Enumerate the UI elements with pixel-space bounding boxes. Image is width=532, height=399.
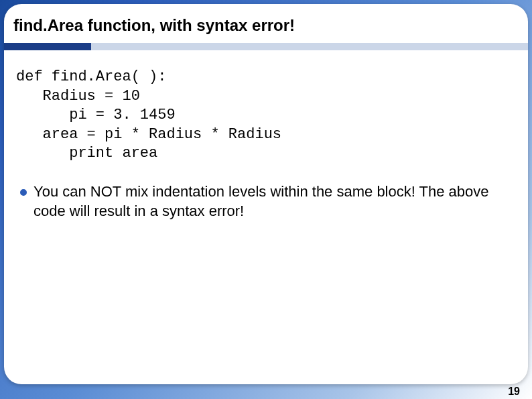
code-block: def find.Area( ): Radius = 10 pi = 3. 14… [16, 68, 516, 164]
title-area: find.Area function, with syntax error! [4, 4, 528, 43]
title-divider [4, 43, 528, 50]
page-number: 19 [508, 386, 520, 398]
slide-card: find.Area function, with syntax error! d… [4, 4, 528, 384]
divider-fill [91, 43, 528, 50]
divider-accent [4, 43, 91, 50]
content-area: def find.Area( ): Radius = 10 pi = 3. 14… [4, 50, 528, 221]
bullet-icon [20, 189, 27, 196]
bullet-row: You can NOT mix indentation levels withi… [16, 182, 516, 221]
slide-title: find.Area function, with syntax error! [13, 16, 519, 35]
bullet-text: You can NOT mix indentation levels withi… [34, 182, 512, 221]
